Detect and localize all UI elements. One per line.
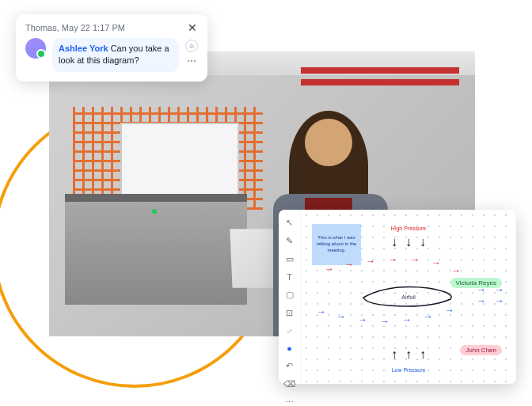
whiteboard-toolbar: ↖ ✎ ▭ T ▢ ⊡ ⟋ ● ↶ ⌫ ⋯ [279, 210, 301, 384]
collaborator-cursor-tag: Victoria Reyes [450, 278, 502, 288]
down-arrows: ↓↓↓ [391, 235, 426, 249]
up-arrows: ↑↑↑ [391, 347, 426, 362]
whiteboard-canvas[interactable]: This is what I was talking about in the … [301, 210, 516, 384]
diagram-label-low-pressure: Low Pressure [392, 367, 426, 373]
chat-message-bubble[interactable]: Ashlee York Can you take a look at this … [52, 38, 179, 72]
pencil-tool-icon[interactable]: ✎ [284, 236, 295, 246]
collaborator-cursor-tag: John Chen [460, 345, 502, 355]
more-options-icon[interactable]: ⋯ [187, 55, 197, 66]
diagram-label-airfoil: Airfoil [401, 294, 416, 300]
chat-timestamp: Thomas, May 22 1:17 PM [25, 23, 125, 32]
whiteboard-panel: ↖ ✎ ▭ T ▢ ⊡ ⟋ ● ↶ ⌫ ⋯ This is what I was… [279, 210, 516, 384]
undo-tool-icon[interactable]: ↶ [284, 361, 295, 371]
rectangle-tool-icon[interactable]: ▭ [284, 254, 295, 264]
circle-tool-icon[interactable]: ● [284, 343, 295, 353]
chat-mention: Ashlee York [59, 44, 108, 53]
sticky-note-tool-icon[interactable]: ▢ [284, 290, 295, 300]
cursor-tool-icon[interactable]: ↖ [284, 218, 295, 228]
diagram-label-high-pressure: High Pressure [391, 226, 426, 231]
more-tools-icon[interactable]: ⋯ [284, 397, 295, 406]
eraser-tool-icon[interactable]: ⌫ [284, 379, 295, 389]
chat-notification: Thomas, May 22 1:17 PM ✕ Ashlee York Can… [16, 14, 207, 82]
image-tool-icon[interactable]: ⊡ [284, 308, 295, 318]
avatar[interactable] [25, 38, 46, 59]
connector-tool-icon[interactable]: ⟋ [284, 326, 295, 336]
emoji-react-icon[interactable]: ☺ [185, 40, 198, 52]
text-tool-icon[interactable]: T [284, 272, 295, 282]
close-icon[interactable]: ✕ [187, 22, 198, 33]
